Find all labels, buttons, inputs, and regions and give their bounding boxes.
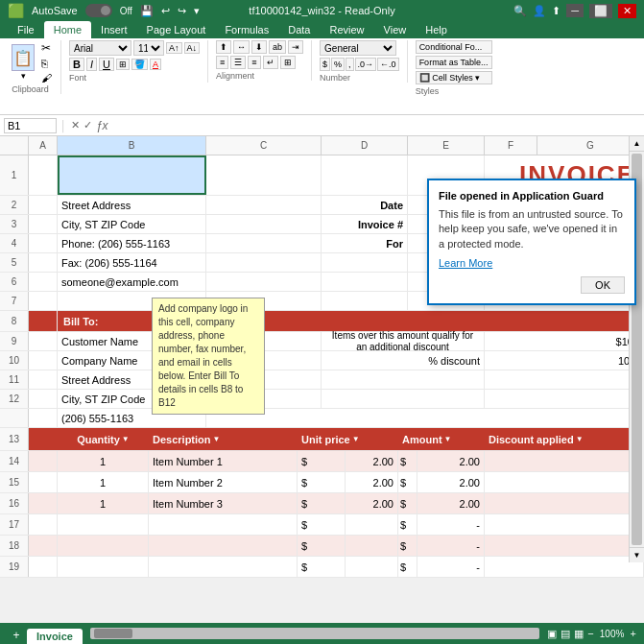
tab-formulas[interactable]: Formulas	[215, 21, 278, 38]
confirm-formula-icon[interactable]: ✓	[83, 119, 92, 131]
cell-B3[interactable]: City, ST ZIP Code	[58, 215, 206, 233]
cell-discount-header[interactable]: Discount applied ▼	[485, 428, 644, 450]
cell-A10[interactable]	[29, 351, 58, 370]
tab-file[interactable]: File	[8, 21, 44, 38]
currency-btn[interactable]: $	[320, 58, 330, 71]
cell-D16[interactable]: 2.00	[346, 493, 398, 513]
cell-G10[interactable]: 10%	[485, 351, 644, 370]
cell-styles-btn[interactable]: 🔲 Cell Styles ▾	[416, 71, 492, 84]
cell-A9[interactable]	[29, 332, 58, 350]
increase-font-btn[interactable]: A↑	[166, 42, 182, 54]
ribbon-toggle[interactable]: ⬆	[552, 5, 561, 17]
cut-button[interactable]: ✂	[40, 40, 53, 56]
col-header-D[interactable]: D	[322, 136, 408, 155]
cancel-formula-icon[interactable]: ✕	[71, 119, 80, 131]
comma-btn[interactable]: ,	[346, 58, 354, 71]
cell-D14-sign[interactable]: $	[298, 451, 346, 471]
cell-D6[interactable]	[322, 273, 408, 291]
wrap-text-btn[interactable]: ↵	[263, 56, 278, 69]
tab-page-layout[interactable]: Page Layout	[137, 21, 216, 38]
scroll-up-btn[interactable]: ▲	[630, 136, 644, 152]
scroll-down-btn[interactable]: ▼	[630, 547, 644, 562]
paste-button[interactable]: 📋 ▾	[8, 40, 38, 84]
cell-B15[interactable]: 1	[58, 472, 149, 492]
col-header-B[interactable]: B	[58, 136, 206, 155]
cell-D8[interactable]	[322, 311, 644, 331]
conditional-format-btn[interactable]: Conditional Fo...	[416, 40, 492, 54]
cell-B6[interactable]: someone@example.com	[58, 273, 206, 291]
formula-input[interactable]	[112, 118, 640, 133]
cell-D5[interactable]	[322, 253, 408, 272]
format-as-table-btn[interactable]: Format as Table...	[416, 56, 492, 69]
cell-A6[interactable]	[29, 273, 58, 291]
cell-B4[interactable]: Phone: (206) 555-1163	[58, 234, 206, 252]
indent-btn[interactable]: ⇥	[288, 40, 303, 54]
cell-E14-sign[interactable]: $	[398, 451, 417, 471]
cell-G11[interactable]	[485, 370, 644, 389]
cell-A11[interactable]	[29, 370, 58, 389]
view-page-btn[interactable]: ▦	[574, 628, 584, 640]
tab-view[interactable]: View	[374, 21, 417, 38]
cell-E16[interactable]: 2.00	[417, 493, 485, 513]
align-left-btn[interactable]: ≡	[216, 56, 228, 69]
cell-D11[interactable]	[322, 370, 485, 389]
cell-C1[interactable]	[206, 155, 322, 195]
cell-B16[interactable]: 1	[58, 493, 149, 513]
cell-D1[interactable]	[322, 155, 408, 195]
cell-D2[interactable]: Date	[322, 196, 408, 214]
cell-B2[interactable]: Street Address	[58, 196, 206, 214]
number-format-select[interactable]: General	[320, 40, 396, 56]
sheet-tab-invoice[interactable]: Invoice	[27, 629, 83, 644]
cell-G14[interactable]	[485, 451, 644, 471]
zoom-in-btn[interactable]: +	[631, 628, 636, 639]
cell-B14[interactable]: 1	[58, 451, 149, 471]
cell-amount-header[interactable]: Amount ▼	[398, 428, 485, 450]
cell-A8[interactable]	[29, 311, 58, 331]
align-top-btn[interactable]: ⬆	[216, 40, 231, 54]
zoom-out-btn[interactable]: −	[587, 628, 593, 639]
autosave-toggle[interactable]	[85, 4, 112, 17]
close-btn[interactable]: ✕	[618, 4, 636, 18]
col-header-C[interactable]: C	[206, 136, 322, 155]
orient-btn[interactable]: ab	[269, 40, 286, 54]
decrease-decimal-btn[interactable]: ←.0	[377, 58, 399, 71]
cell-A12b[interactable]	[29, 409, 58, 427]
cell-G15[interactable]	[485, 472, 644, 492]
cell-C6[interactable]	[206, 273, 322, 291]
cell-D14[interactable]: 2.00	[346, 451, 398, 471]
decrease-font-btn[interactable]: A↓	[184, 42, 201, 54]
border-btn[interactable]: ⊞	[116, 59, 130, 70]
cell-A5[interactable]	[29, 253, 58, 272]
font-color-btn[interactable]: A	[150, 59, 161, 70]
col-header-F[interactable]: F	[485, 136, 537, 155]
restore-btn[interactable]: ⬜	[589, 4, 612, 18]
redo-icon[interactable]: ↪	[178, 5, 186, 17]
learn-more-link[interactable]: Learn More	[439, 257, 625, 269]
increase-decimal-btn[interactable]: .0→	[355, 58, 377, 71]
align-right-btn[interactable]: ≡	[248, 56, 260, 69]
cell-B1[interactable]	[58, 155, 206, 195]
col-header-A[interactable]: A	[29, 136, 58, 155]
save-icon[interactable]: 💾	[140, 5, 154, 17]
cell-B5[interactable]: Fax: (206) 555-1164	[58, 253, 206, 272]
cell-A7[interactable]	[29, 292, 58, 310]
font-family-select[interactable]: Arial	[69, 40, 131, 56]
cell-D4[interactable]: For	[322, 234, 408, 252]
cell-C2[interactable]	[206, 196, 322, 214]
tab-home[interactable]: Home	[44, 21, 91, 38]
merge-btn[interactable]: ⊞	[280, 56, 296, 69]
cell-A12[interactable]	[29, 390, 58, 408]
cell-C3[interactable]	[206, 215, 322, 233]
insert-function-icon[interactable]: ƒx	[96, 119, 108, 132]
tab-data[interactable]: Data	[278, 21, 320, 38]
cell-D3[interactable]: Invoice #	[322, 215, 408, 233]
cell-D12[interactable]	[322, 390, 485, 408]
col-header-E[interactable]: E	[408, 136, 485, 155]
font-size-select[interactable]: 11	[133, 40, 164, 56]
cell-desc-header[interactable]: Description ▼	[149, 428, 298, 450]
cell-G9[interactable]: $100	[485, 332, 644, 350]
underline-btn[interactable]: U	[99, 58, 114, 71]
cell-D10[interactable]: % discount	[322, 351, 485, 370]
cell-D15[interactable]: 2.00	[346, 472, 398, 492]
cell-D7[interactable]	[322, 292, 408, 310]
